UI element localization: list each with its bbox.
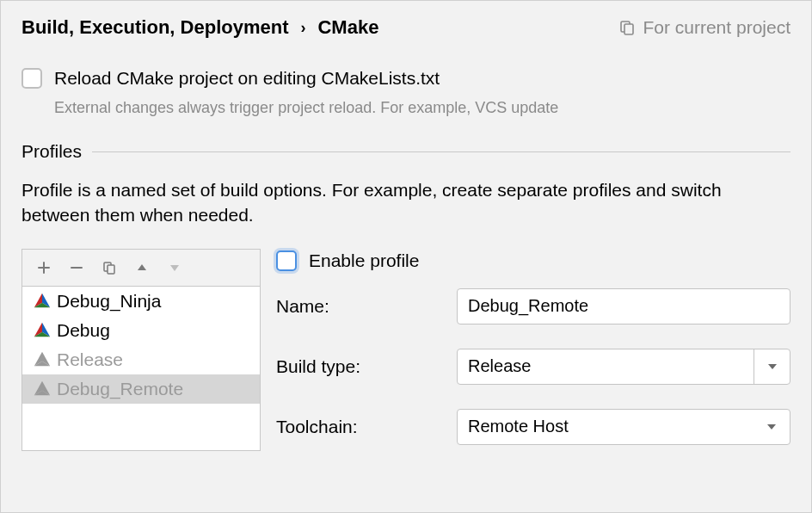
svg-rect-1	[624, 24, 633, 34]
cmake-icon	[33, 321, 52, 340]
toolchain-value: Remote Host	[458, 410, 754, 444]
scope-label: For current project	[643, 17, 790, 38]
list-item-label: Release	[57, 349, 123, 370]
divider	[92, 151, 790, 152]
triangle-up-icon	[136, 262, 148, 274]
toolchain-label: Toolchain:	[276, 417, 457, 437]
profiles-list-panel: Debug_NinjaDebugReleaseDebug_Remote	[22, 249, 261, 451]
copy-icon	[102, 261, 116, 275]
list-item[interactable]: Debug_Ninja	[22, 287, 260, 316]
breadcrumb: Build, Execution, Deployment › CMake	[22, 16, 378, 39]
list-item[interactable]: Release	[22, 345, 260, 374]
list-item-label: Debug_Ninja	[57, 291, 161, 312]
toolchain-select[interactable]: Remote Host	[457, 409, 790, 445]
scope-indicator: For current project	[618, 17, 790, 38]
list-item-label: Debug_Remote	[57, 379, 183, 399]
reload-checkbox[interactable]	[22, 68, 42, 89]
build-type-label: Build type:	[276, 356, 457, 377]
copy-icon	[618, 19, 636, 36]
breadcrumb-parent[interactable]: Build, Execution, Deployment	[22, 16, 288, 39]
remove-button[interactable]	[67, 258, 86, 277]
cmake-icon	[33, 292, 52, 311]
add-button[interactable]	[34, 258, 53, 277]
cmake-icon	[33, 350, 52, 369]
copy-button[interactable]	[100, 258, 119, 277]
move-up-button[interactable]	[132, 258, 151, 277]
reload-hint: External changes always trigger project …	[54, 99, 790, 117]
list-item-label: Debug	[57, 320, 110, 341]
profiles-toolbar	[22, 250, 260, 287]
chevron-down-icon	[754, 410, 790, 444]
breadcrumb-current: CMake	[317, 16, 378, 39]
name-label: Name:	[276, 296, 457, 317]
svg-rect-3	[108, 265, 114, 274]
profiles-title: Profiles	[22, 141, 82, 162]
list-item[interactable]: Debug_Remote	[22, 374, 260, 404]
chevron-down-icon	[754, 349, 790, 384]
profiles-description: Profile is a named set of build options.…	[22, 177, 790, 228]
name-input[interactable]	[457, 288, 790, 324]
chevron-right-icon: ›	[300, 19, 305, 37]
enable-profile-label[interactable]: Enable profile	[309, 250, 419, 271]
minus-icon	[70, 261, 83, 275]
profiles-list[interactable]: Debug_NinjaDebugReleaseDebug_Remote	[22, 287, 260, 450]
build-type-select[interactable]: Release	[457, 349, 790, 385]
enable-profile-checkbox[interactable]	[276, 250, 297, 271]
move-down-button[interactable]	[165, 258, 184, 277]
reload-checkbox-label[interactable]: Reload CMake project on editing CMakeLis…	[54, 68, 440, 89]
build-type-value: Release	[458, 349, 754, 384]
list-item[interactable]: Debug	[22, 316, 260, 345]
plus-icon	[37, 261, 51, 275]
cmake-icon	[33, 380, 52, 399]
triangle-down-icon	[169, 262, 181, 274]
